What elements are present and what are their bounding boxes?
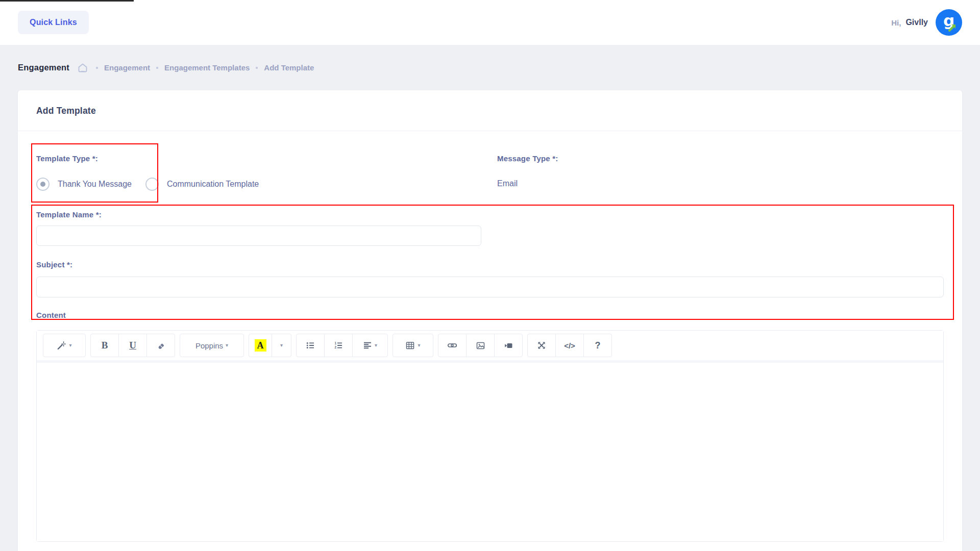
top-bar: Quick Links Hi, Givlly g xyxy=(0,0,980,45)
breadcrumb-item-engagement-templates[interactable]: Engagement Templates xyxy=(164,63,250,72)
picture-button[interactable] xyxy=(466,334,495,357)
font-color-group: A ▾ xyxy=(249,334,291,357)
eraser-icon xyxy=(156,341,165,350)
card-header: Add Template xyxy=(18,90,962,131)
help-button[interactable]: ? xyxy=(583,334,612,357)
radio-label: Thank You Message xyxy=(58,180,132,189)
svg-text:2: 2 xyxy=(334,345,336,349)
message-type-group: Message Type *: Email xyxy=(497,154,944,192)
fullscreen-icon xyxy=(537,341,546,350)
logo-arrow-icon xyxy=(948,23,957,32)
radio-thank-you-message[interactable]: Thank You Message xyxy=(36,178,132,191)
font-family-button[interactable]: Poppins ▾ xyxy=(180,334,244,357)
home-icon[interactable] xyxy=(77,62,89,74)
magic-wand-icon xyxy=(57,341,66,350)
link-button[interactable] xyxy=(438,334,467,357)
ordered-list-button[interactable]: 1 2 xyxy=(324,334,353,357)
insert-group xyxy=(438,334,523,357)
card-body: Template Type *: Thank You Message Commu… xyxy=(18,131,962,542)
svg-text:1: 1 xyxy=(334,341,336,345)
subject-label: Subject *: xyxy=(36,260,944,269)
editor-content-area[interactable] xyxy=(37,363,943,541)
picture-icon xyxy=(476,341,485,350)
font-color-swatch: A xyxy=(255,339,266,352)
video-button[interactable] xyxy=(494,334,523,357)
unordered-list-button[interactable] xyxy=(296,334,325,357)
avatar[interactable]: g xyxy=(936,9,962,36)
browser-artifact-line xyxy=(0,0,134,2)
codeview-button[interactable]: </> xyxy=(555,334,584,357)
greeting-text: Hi, xyxy=(891,18,901,27)
style-group: ▾ xyxy=(43,334,86,357)
chevron-down-icon: ▾ xyxy=(69,343,71,348)
bold-glyph: B xyxy=(102,340,108,351)
clear-formatting-button[interactable] xyxy=(146,334,175,357)
video-icon xyxy=(504,341,513,350)
breadcrumb-item-add-template: Add Template xyxy=(264,63,314,72)
font-family-group: Poppins ▾ xyxy=(180,334,244,357)
magic-style-button[interactable]: ▾ xyxy=(43,334,86,357)
chevron-down-icon: ▾ xyxy=(375,343,377,348)
chevron-down-icon: ▾ xyxy=(280,343,283,348)
breadcrumb-separator xyxy=(156,67,158,69)
template-type-label: Template Type *: xyxy=(36,154,98,163)
ordered-list-icon: 1 2 xyxy=(334,341,343,350)
font-color-button[interactable]: A xyxy=(249,334,272,357)
font-family-value: Poppins xyxy=(195,341,223,350)
card-title: Add Template xyxy=(36,106,96,116)
subject-input[interactable] xyxy=(36,277,944,297)
table-group: ▾ xyxy=(393,334,433,357)
codeview-glyph: </> xyxy=(564,341,575,350)
unordered-list-icon xyxy=(306,341,315,350)
content-label: Content xyxy=(36,311,944,319)
help-glyph: ? xyxy=(595,340,601,351)
radio-circle-icon xyxy=(36,178,50,191)
quick-links-button[interactable]: Quick Links xyxy=(18,11,89,34)
breadcrumb-separator xyxy=(96,67,98,69)
paragraph-align-icon xyxy=(363,341,372,350)
radio-communication-template[interactable]: Communication Template xyxy=(145,178,259,191)
paragraph-align-button[interactable]: ▾ xyxy=(352,334,388,357)
view-group: </> ? xyxy=(527,334,612,357)
fullscreen-button[interactable] xyxy=(527,334,556,357)
message-type-label: Message Type *: xyxy=(497,154,558,163)
paragraph-group: 1 2 ▾ xyxy=(296,334,388,357)
message-type-value: Email xyxy=(497,179,944,188)
table-button[interactable]: ▾ xyxy=(393,334,433,357)
link-icon xyxy=(447,340,457,350)
breadcrumb: Engagement Engagement Engagement Templat… xyxy=(0,45,980,90)
bold-button[interactable]: B xyxy=(90,334,119,357)
breadcrumb-separator xyxy=(256,67,258,69)
table-icon xyxy=(405,341,415,350)
user-area: Hi, Givlly g xyxy=(891,9,962,36)
editor-toolbar: ▾ B U xyxy=(37,331,943,363)
underline-button[interactable]: U xyxy=(118,334,147,357)
radio-label: Communication Template xyxy=(167,180,259,189)
page-title: Engagement xyxy=(18,63,69,72)
chevron-down-icon: ▾ xyxy=(418,343,420,348)
template-type-group: Template Type *: Thank You Message Commu… xyxy=(36,154,497,192)
font-color-caret-button[interactable]: ▾ xyxy=(272,334,291,357)
template-name-input[interactable] xyxy=(36,226,481,246)
breadcrumb-item-engagement[interactable]: Engagement xyxy=(104,63,150,72)
radio-circle-icon xyxy=(145,178,159,191)
underline-glyph: U xyxy=(129,340,136,351)
chevron-down-icon: ▾ xyxy=(226,343,228,348)
add-template-card: Add Template Template Type *: Thank You … xyxy=(18,90,962,551)
font-style-group: B U xyxy=(90,334,175,357)
template-name-label: Template Name *: xyxy=(36,210,944,219)
type-row: Template Type *: Thank You Message Commu… xyxy=(36,131,944,192)
rich-text-editor: ▾ B U xyxy=(36,330,944,542)
template-type-options: Thank You Message Communication Template xyxy=(36,177,497,192)
username-text: Givlly xyxy=(905,18,928,27)
